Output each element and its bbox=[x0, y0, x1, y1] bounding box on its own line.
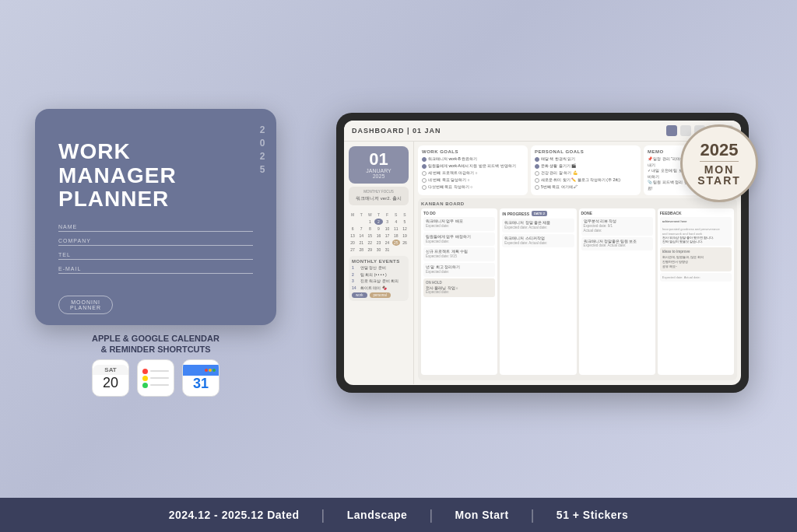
right-tablet-section: DASHBOARD | 01 JAN 01 bbox=[311, 113, 774, 393]
date-month: JANUARY bbox=[353, 168, 404, 173]
dashboard-body: 01 JANUARY 2025 MONTHLY FOCUS 워크매니저 ver2… bbox=[344, 142, 741, 384]
event-4: 14 화이트 데이 🍫 bbox=[352, 285, 406, 291]
reminders-icon bbox=[137, 359, 174, 397]
kanban-inprogress-title: IN PROGRESS date 2 bbox=[502, 211, 574, 217]
nav-icon-1 bbox=[666, 125, 677, 136]
planner-logo: MOONINIPLANNER bbox=[58, 296, 113, 314]
events-title: MONTHLY EVENTS bbox=[352, 259, 406, 264]
dashboard-left-col: 01 JANUARY 2025 MONTHLY FOCUS 워크매니저 ver2… bbox=[344, 142, 414, 384]
badge-year: 2025 bbox=[700, 142, 739, 159]
kanban-card-4: 년 말 회고 정리하기 Expected date: bbox=[423, 263, 495, 277]
monthly-focus-label: MONTHLY FOCUS bbox=[352, 190, 406, 194]
kanban-card-1: 워크매니저 업무 배포 Expected date: bbox=[423, 217, 495, 231]
dashboard-title: DASHBOARD | 01 JAN bbox=[352, 127, 441, 135]
work-goals-box: WORK GOALS 워크매니저 work-B 완료하기 팀원들에게 work-… bbox=[418, 145, 528, 195]
monthly-focus-text: 워크매니저 ver2. 출시 bbox=[352, 195, 406, 202]
cal-day: SAT bbox=[93, 365, 128, 375]
kanban-done-2: 워크매니저 정말좋은 팀원 보조 Expected date: Actual d… bbox=[581, 237, 653, 251]
kanban-card-on-hold: ON HOLD 전사 플래닝 작업 ○ Expected date: bbox=[423, 278, 495, 298]
kanban-col-inprogress: IN PROGRESS date 2 워크매니저 정말 좋은 제품 Expect… bbox=[500, 208, 576, 375]
work-goal-1: 워크매니저 work-B 완료하기 bbox=[422, 156, 524, 162]
kanban-inprogress-1: 워크매니저 정말 좋은 제품 Expected date: Actual dat… bbox=[502, 219, 574, 233]
kanban-done-title: DONE bbox=[581, 211, 653, 215]
kanban-col-feedback: FEEDBACK achievement here Incorporated g… bbox=[658, 208, 734, 375]
shortcuts-icons: SAT 20 bbox=[35, 359, 276, 397]
personal-goals-box: PERSONAL GOALS 매달 책 한권씩 읽기 문화 생활 즐기기 🎬 bbox=[531, 145, 641, 195]
gcal-num: 31 bbox=[193, 376, 209, 392]
kanban-title: KANBAN BOARD bbox=[421, 201, 734, 206]
cal-num: 20 bbox=[103, 375, 118, 391]
tag-work: work bbox=[352, 292, 367, 298]
kanban-col-done: DONE 업무분석 리뷰 작성 Expected date: 9/1 Actua… bbox=[579, 208, 655, 375]
kanban-feedback-title: FEEDBACK bbox=[660, 211, 732, 215]
inprogress-badge: date 2 bbox=[532, 211, 547, 216]
planner-fields: NAME COMPANY TEL E-MAIL bbox=[58, 224, 253, 274]
shortcuts-section: APPLE & GOOGLE CALENDAR& REMINDER SHORTC… bbox=[35, 333, 276, 397]
kanban-card-3: 신규 프로젝트 계획 수립 Expected date: 9/15 bbox=[423, 247, 495, 261]
mon-start-badge: 2025 MON START bbox=[680, 124, 758, 202]
event-1: 1 연말 정산 준비 bbox=[352, 265, 406, 271]
personal-goal-4: 새로운 취미 찾기 ✏️ 블로그 작성하기 (주 2회) bbox=[535, 177, 637, 183]
tag-row: work personal bbox=[352, 292, 406, 298]
nav-icon-2 bbox=[680, 125, 691, 136]
kanban-todo-title: TO DO bbox=[423, 211, 495, 215]
work-goals-title: WORK GOALS bbox=[422, 149, 524, 154]
bottom-item-stickers: 51 + Stickers bbox=[535, 509, 651, 521]
kanban-feedback-3: Expected date: Actual date: bbox=[660, 273, 732, 282]
event-2: 2 팀 회의 (• • • • ) bbox=[352, 272, 406, 278]
dashboard-header: DASHBOARD | 01 JAN bbox=[344, 121, 741, 142]
kanban-section: KANBAN BOARD TO DO 워크매니저 업무 배포 Expected … bbox=[418, 198, 737, 380]
bottom-item-dates: 2024.12 - 2025.12 Dated bbox=[147, 509, 321, 521]
field-name: NAME bbox=[58, 224, 253, 232]
mini-calendar: M T W T F S S 1 2 3 bbox=[349, 212, 409, 253]
badge-divider bbox=[700, 161, 739, 162]
work-goal-3: 세 번째 프로젝트 마감하기 ○ bbox=[422, 170, 524, 176]
google-calendar-icon: 31 bbox=[182, 359, 219, 397]
kanban-card-2: 팀원들에게 업무 배정하기 Expected date: bbox=[423, 233, 495, 247]
work-goal-4: 네 번째 목표 달성하기 ○ bbox=[422, 177, 524, 183]
bottom-item-mon-start: Mon Start bbox=[434, 509, 531, 521]
personal-goal-1: 매달 책 한권씩 읽기 bbox=[535, 156, 637, 162]
work-goal-2: 팀원들에게 work-A에서 지원 받은 피드백 반영하기 bbox=[422, 163, 524, 169]
field-email: E-MAIL bbox=[58, 266, 253, 274]
date-number: 01 bbox=[353, 151, 404, 168]
bottom-item-landscape: Landscape bbox=[325, 509, 430, 521]
tag-personal: personal bbox=[370, 292, 391, 298]
personal-goal-5: 5번째 목표 여기에 🖊 bbox=[535, 184, 637, 190]
kanban-feedback-2: ideas to improve 화사관계, 팀원들과, 많은 회의진행하면서 … bbox=[660, 247, 732, 271]
events-section: MONTHLY EVENTS 1 연말 정산 준비 2 팀 회의 (• • • … bbox=[349, 256, 409, 301]
shortcuts-label: APPLE & GOOGLE CALENDAR& REMINDER SHORTC… bbox=[35, 333, 276, 355]
kanban-feedback-1: achievement here Incorporated goodness a… bbox=[660, 217, 732, 246]
planner-title: WORK MANAGER PLANNER bbox=[58, 140, 253, 212]
kanban-inprogress-2: 워크매니저 스티커작업 Expected date: Actual date: bbox=[502, 234, 574, 248]
personal-goals-title: PERSONAL GOALS bbox=[535, 149, 637, 154]
year-strip: 2025 bbox=[258, 124, 267, 177]
field-tel: TEL bbox=[58, 252, 253, 260]
monthly-focus-box: MONTHLY FOCUS 워크매니저 ver2. 출시 bbox=[349, 187, 409, 205]
date-display: 01 JANUARY 2025 bbox=[349, 146, 409, 184]
badge-mon-text: MON bbox=[704, 164, 735, 175]
kanban-done-1: 업무분석 리뷰 작성 Expected date: 9/1 Actual dat… bbox=[581, 217, 653, 236]
apple-calendar-icon: SAT 20 bbox=[92, 359, 129, 397]
kanban-columns: TO DO 워크매니저 업무 배포 Expected date: 팀원들에게 업… bbox=[421, 208, 734, 375]
kanban-col-todo: TO DO 워크매니저 업무 배포 Expected date: 팀원들에게 업… bbox=[421, 208, 497, 375]
event-3: 3 진로 워크샵 준비 회의 bbox=[352, 278, 406, 284]
personal-goal-2: 문화 생활 즐기기 🎬 bbox=[535, 163, 637, 169]
field-company: COMPANY bbox=[58, 238, 253, 246]
bottom-bar: 2024.12 - 2025.12 Dated | Landscape | Mo… bbox=[0, 498, 797, 532]
personal-goal-3: 건강 관리 잘 하기 💪 bbox=[535, 170, 637, 176]
work-goal-5: 다섯번째 목표 작성하기 ○ bbox=[422, 184, 524, 190]
back-tablet: WORK MANAGER PLANNER NAME COMPANY TEL bbox=[35, 109, 276, 325]
date-year: 2025 bbox=[353, 173, 404, 179]
badge-start-text: START bbox=[697, 175, 741, 186]
left-tablet-section: WORK MANAGER PLANNER NAME COMPANY TEL bbox=[23, 109, 288, 397]
